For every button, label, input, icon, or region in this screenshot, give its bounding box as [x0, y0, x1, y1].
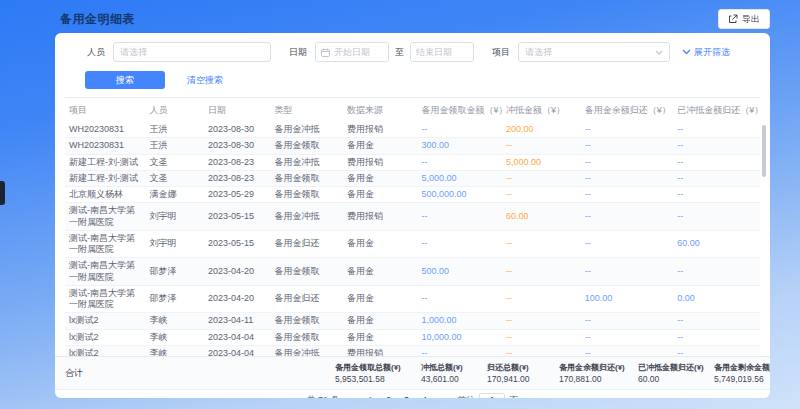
date-filter-label: 日期: [289, 46, 307, 59]
table-cell: --: [673, 170, 760, 186]
table-cell: 备用金领取: [270, 329, 343, 345]
table-cell: 文圣: [146, 154, 204, 170]
summary-total-label: 合计: [65, 367, 335, 380]
start-date-field[interactable]: [334, 47, 383, 57]
table-row: lx测试2李峡2023-04-11备用金领取备用金1,000.00------: [65, 313, 760, 329]
col-header-received: 备用金领取金额（¥）: [418, 98, 503, 123]
table-cell: 2023-08-23: [204, 154, 270, 170]
goto-page-input[interactable]: [479, 393, 505, 399]
table-cell: 2023-04-20: [204, 285, 270, 313]
page-button-1[interactable]: 1: [365, 395, 376, 398]
table-cell: --: [502, 230, 581, 258]
table-cell: --: [418, 203, 503, 231]
end-date-input[interactable]: [410, 42, 474, 62]
table-cell: --: [581, 258, 674, 286]
prev-page-button[interactable]: ‹: [351, 395, 358, 399]
table-cell: 0.00: [673, 285, 760, 313]
summary-stat-value: 60.00: [638, 374, 710, 384]
table-cell: 60.00: [502, 203, 581, 231]
summary-stat: 冲抵总额(¥)43,601.00: [421, 362, 483, 384]
sidebar-toggle-handle[interactable]: [0, 181, 5, 205]
table-cell: 备用金: [343, 187, 418, 203]
table-cell: --: [502, 187, 581, 203]
table-cell: --: [673, 313, 760, 329]
action-bar: 搜索 清空搜索: [55, 71, 770, 89]
table-cell: 300.00: [418, 138, 503, 154]
table-scrollbar-thumb[interactable]: [762, 125, 766, 177]
table-cell: 备用金领取: [270, 258, 343, 286]
table-cell: --: [502, 170, 581, 186]
table-cell: --: [502, 345, 581, 356]
table-cell: 备用金: [343, 170, 418, 186]
table-cell: 王洪: [146, 138, 204, 154]
project-filter-label: 项目: [492, 46, 510, 59]
page-button-4[interactable]: 4: [419, 395, 430, 398]
end-date-field[interactable]: [416, 47, 468, 57]
col-header-person: 人员: [146, 98, 204, 123]
table-cell: --: [581, 203, 674, 231]
table-cell: 备用金: [343, 230, 418, 258]
col-header-offset-returned: 已冲抵金额归还（¥）: [673, 98, 760, 123]
summary-stat: 备用金剩余金额(¥)5,749,019.56: [714, 362, 770, 384]
table-cell: 2023-08-23: [204, 170, 270, 186]
table-cell: --: [418, 122, 503, 138]
table-cell: 文圣: [146, 170, 204, 186]
table-cell: 备用金领取: [270, 187, 343, 203]
summary-stat-label: 归还总额(¥): [487, 362, 555, 373]
table-cell: 备用金归还: [270, 285, 343, 313]
table-row: lx测试2李峡2023-04-04备用金冲抵费用报销--------: [65, 345, 760, 356]
table-cell: --: [673, 258, 760, 286]
summary-stat: 备用金余额归还(¥)170,881.00: [559, 362, 634, 384]
table-cell: 500.00: [418, 258, 503, 286]
table-cell: 2023-05-15: [204, 230, 270, 258]
table-cell: --: [581, 187, 674, 203]
summary-stat-label: 已冲抵金额归还(¥): [638, 362, 710, 373]
clear-search-link[interactable]: 清空搜索: [187, 74, 223, 87]
table-cell: 刘宇明: [146, 203, 204, 231]
next-page-button[interactable]: ›: [437, 395, 444, 399]
page-button-2[interactable]: 2: [383, 395, 394, 398]
table-cell: 北京顺义杨林: [65, 187, 146, 203]
table-cell: 2023-04-04: [204, 329, 270, 345]
col-header-source: 数据来源: [343, 98, 418, 123]
table-cell: --: [673, 122, 760, 138]
project-select[interactable]: 请选择: [518, 42, 670, 62]
summary-stats: 备用金领取总额(¥)5,953,501.58冲抵总额(¥)43,601.00归还…: [335, 362, 770, 384]
table-cell: --: [581, 329, 674, 345]
table-cell: --: [418, 285, 503, 313]
pagination-total: 共 71 条: [307, 394, 340, 399]
table-cell: 新建工程-刘-测试: [65, 154, 146, 170]
table-cell: 100.00: [581, 285, 674, 313]
table-cell: --: [502, 258, 581, 286]
summary-stat-value: 43,601.00: [421, 374, 483, 384]
table-cell: 5,000.00: [418, 170, 503, 186]
person-select-input[interactable]: [113, 42, 271, 62]
search-button[interactable]: 搜索: [85, 71, 165, 89]
table-body: WH20230831王洪2023-08-30备用金冲抵费用报销--200.00-…: [65, 122, 760, 356]
summary-stat-value: 5,749,019.56: [714, 374, 770, 384]
table-cell: 备用金: [343, 258, 418, 286]
table-cell: --: [418, 154, 503, 170]
table-cell: --: [581, 230, 674, 258]
table-row: 测试-南昌大学第一附属医院刘宇明2023-05-15备用金归还备用金------…: [65, 230, 760, 258]
table-cell: 费用报销: [343, 203, 418, 231]
table-cell: 2023-04-20: [204, 258, 270, 286]
table-cell: lx测试2: [65, 313, 146, 329]
table-cell: 备用金: [343, 138, 418, 154]
expand-filters-link[interactable]: 展开筛选: [682, 46, 730, 59]
table-cell: 备用金归还: [270, 230, 343, 258]
table-cell: 备用金冲抵: [270, 154, 343, 170]
table-cell: 李峡: [146, 329, 204, 345]
table-cell: lx测试2: [65, 329, 146, 345]
table-cell: 5,000.00: [502, 154, 581, 170]
col-header-type: 类型: [270, 98, 343, 123]
start-date-input[interactable]: [315, 42, 389, 62]
summary-stat: 归还总额(¥)170,941.00: [487, 362, 555, 384]
table-cell: 新建工程-刘-测试: [65, 170, 146, 186]
table-cell: --: [673, 154, 760, 170]
page-button-3[interactable]: 3: [401, 395, 412, 398]
table-cell: 刘宇明: [146, 230, 204, 258]
summary-stat-value: 170,881.00: [559, 374, 634, 384]
table-row: 测试-南昌大学第一附属医院邵梦泽2023-04-20备用金领取备用金500.00…: [65, 258, 760, 286]
export-button[interactable]: 导出: [718, 9, 770, 29]
